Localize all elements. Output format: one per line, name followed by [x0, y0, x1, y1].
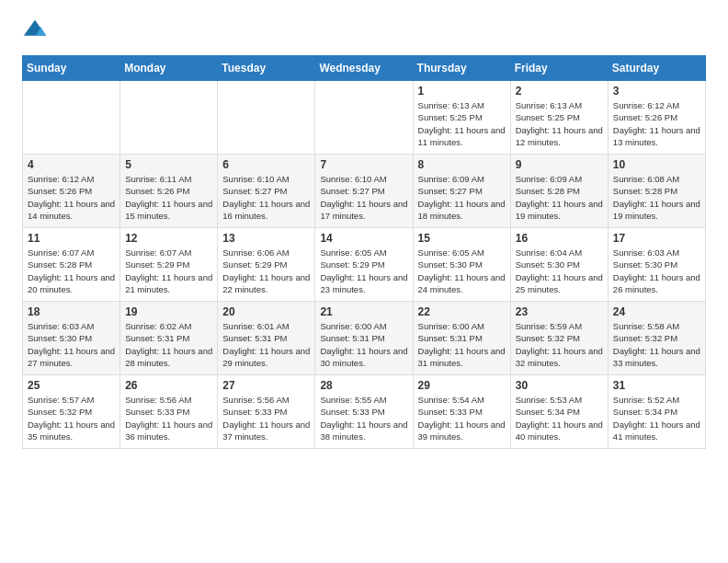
weekday-header-saturday: Saturday — [608, 56, 705, 81]
calendar-cell: 26Sunrise: 5:56 AM Sunset: 5:33 PM Dayli… — [120, 375, 218, 449]
day-number: 19 — [125, 305, 212, 318]
day-info: Sunrise: 6:00 AM Sunset: 5:31 PM Dayligh… — [320, 320, 407, 369]
day-number: 14 — [320, 232, 407, 245]
calendar-cell: 7Sunrise: 6:10 AM Sunset: 5:27 PM Daylig… — [315, 155, 413, 228]
day-number: 20 — [222, 305, 310, 318]
calendar-cell: 1Sunrise: 6:13 AM Sunset: 5:25 PM Daylig… — [413, 81, 510, 155]
calendar-cell: 25Sunrise: 5:57 AM Sunset: 5:32 PM Dayli… — [23, 375, 120, 449]
calendar-cell: 10Sunrise: 6:08 AM Sunset: 5:28 PM Dayli… — [608, 155, 705, 228]
day-info: Sunrise: 6:08 AM Sunset: 5:28 PM Dayligh… — [613, 173, 700, 222]
weekday-header-wednesday: Wednesday — [315, 56, 413, 81]
day-info: Sunrise: 6:09 AM Sunset: 5:27 PM Dayligh… — [418, 173, 506, 222]
calendar-week-row: 4Sunrise: 6:12 AM Sunset: 5:26 PM Daylig… — [23, 155, 706, 228]
day-info: Sunrise: 6:04 AM Sunset: 5:30 PM Dayligh… — [516, 247, 603, 295]
day-info: Sunrise: 6:03 AM Sunset: 5:30 PM Dayligh… — [613, 247, 700, 295]
day-number: 13 — [222, 232, 310, 245]
calendar-cell — [315, 81, 413, 155]
day-info: Sunrise: 6:02 AM Sunset: 5:31 PM Dayligh… — [125, 320, 212, 369]
calendar-cell: 29Sunrise: 5:54 AM Sunset: 5:33 PM Dayli… — [413, 375, 510, 449]
day-info: Sunrise: 6:05 AM Sunset: 5:29 PM Dayligh… — [320, 247, 407, 295]
day-number: 16 — [516, 232, 603, 245]
day-number: 4 — [28, 158, 115, 171]
day-info: Sunrise: 6:05 AM Sunset: 5:30 PM Dayligh… — [418, 247, 506, 295]
day-info: Sunrise: 5:52 AM Sunset: 5:34 PM Dayligh… — [613, 394, 700, 442]
calendar-cell: 20Sunrise: 6:01 AM Sunset: 5:31 PM Dayli… — [218, 302, 315, 375]
day-number: 27 — [222, 379, 310, 392]
day-number: 15 — [418, 232, 506, 245]
calendar-cell: 31Sunrise: 5:52 AM Sunset: 5:34 PM Dayli… — [608, 375, 705, 449]
day-number: 24 — [613, 305, 700, 318]
calendar-header: SundayMondayTuesdayWednesdayThursdayFrid… — [23, 56, 706, 81]
day-number: 10 — [613, 158, 700, 171]
day-info: Sunrise: 6:11 AM Sunset: 5:26 PM Dayligh… — [125, 173, 212, 222]
day-number: 8 — [418, 158, 506, 171]
day-info: Sunrise: 6:07 AM Sunset: 5:28 PM Dayligh… — [28, 247, 115, 295]
calendar-cell: 16Sunrise: 6:04 AM Sunset: 5:30 PM Dayli… — [510, 228, 608, 302]
day-info: Sunrise: 6:00 AM Sunset: 5:31 PM Dayligh… — [418, 320, 506, 369]
calendar-table: SundayMondayTuesdayWednesdayThursdayFrid… — [22, 55, 706, 449]
day-number: 3 — [613, 85, 700, 98]
calendar-cell: 8Sunrise: 6:09 AM Sunset: 5:27 PM Daylig… — [413, 155, 510, 228]
calendar-cell: 5Sunrise: 6:11 AM Sunset: 5:26 PM Daylig… — [120, 155, 218, 228]
calendar-cell — [218, 81, 315, 155]
calendar-cell: 15Sunrise: 6:05 AM Sunset: 5:30 PM Dayli… — [413, 228, 510, 302]
calendar-cell — [23, 81, 120, 155]
day-info: Sunrise: 5:56 AM Sunset: 5:33 PM Dayligh… — [222, 394, 310, 442]
day-info: Sunrise: 6:10 AM Sunset: 5:27 PM Dayligh… — [222, 173, 310, 222]
calendar-cell: 11Sunrise: 6:07 AM Sunset: 5:28 PM Dayli… — [23, 228, 120, 302]
calendar-cell: 3Sunrise: 6:12 AM Sunset: 5:26 PM Daylig… — [608, 81, 705, 155]
day-number: 17 — [613, 232, 700, 245]
calendar-cell: 2Sunrise: 6:13 AM Sunset: 5:25 PM Daylig… — [510, 81, 608, 155]
day-number: 31 — [613, 379, 700, 392]
day-number: 23 — [516, 305, 603, 318]
day-info: Sunrise: 5:59 AM Sunset: 5:32 PM Dayligh… — [516, 320, 603, 369]
day-info: Sunrise: 5:55 AM Sunset: 5:33 PM Dayligh… — [320, 394, 407, 442]
logo — [22, 18, 51, 44]
calendar-cell: 28Sunrise: 5:55 AM Sunset: 5:33 PM Dayli… — [315, 375, 413, 449]
day-number: 9 — [516, 158, 603, 171]
calendar-cell: 19Sunrise: 6:02 AM Sunset: 5:31 PM Dayli… — [120, 302, 218, 375]
day-info: Sunrise: 5:53 AM Sunset: 5:34 PM Dayligh… — [516, 394, 603, 442]
calendar-cell: 30Sunrise: 5:53 AM Sunset: 5:34 PM Dayli… — [510, 375, 608, 449]
day-number: 21 — [320, 305, 407, 318]
calendar-cell: 22Sunrise: 6:00 AM Sunset: 5:31 PM Dayli… — [413, 302, 510, 375]
calendar-week-row: 18Sunrise: 6:03 AM Sunset: 5:30 PM Dayli… — [23, 302, 706, 375]
day-number: 28 — [320, 379, 407, 392]
day-number: 6 — [222, 158, 310, 171]
day-info: Sunrise: 6:06 AM Sunset: 5:29 PM Dayligh… — [222, 247, 310, 295]
day-info: Sunrise: 6:13 AM Sunset: 5:25 PM Dayligh… — [516, 99, 603, 148]
calendar-week-row: 11Sunrise: 6:07 AM Sunset: 5:28 PM Dayli… — [23, 228, 706, 302]
day-number: 7 — [320, 158, 407, 171]
calendar-cell — [120, 81, 218, 155]
day-number: 18 — [28, 305, 115, 318]
day-info: Sunrise: 5:57 AM Sunset: 5:32 PM Dayligh… — [28, 394, 115, 442]
day-number: 1 — [418, 85, 506, 98]
day-number: 11 — [28, 232, 115, 245]
day-info: Sunrise: 6:13 AM Sunset: 5:25 PM Dayligh… — [418, 99, 506, 148]
weekday-header-sunday: Sunday — [23, 56, 120, 81]
calendar-cell: 6Sunrise: 6:10 AM Sunset: 5:27 PM Daylig… — [218, 155, 315, 228]
day-number: 2 — [516, 85, 603, 98]
day-info: Sunrise: 6:12 AM Sunset: 5:26 PM Dayligh… — [613, 99, 700, 148]
day-info: Sunrise: 5:58 AM Sunset: 5:32 PM Dayligh… — [613, 320, 700, 369]
day-info: Sunrise: 5:54 AM Sunset: 5:33 PM Dayligh… — [418, 394, 506, 442]
weekday-header-tuesday: Tuesday — [218, 56, 315, 81]
calendar-cell: 21Sunrise: 6:00 AM Sunset: 5:31 PM Dayli… — [315, 302, 413, 375]
calendar-cell: 9Sunrise: 6:09 AM Sunset: 5:28 PM Daylig… — [510, 155, 608, 228]
weekday-header-row: SundayMondayTuesdayWednesdayThursdayFrid… — [23, 56, 706, 81]
day-info: Sunrise: 6:09 AM Sunset: 5:28 PM Dayligh… — [516, 173, 603, 222]
weekday-header-monday: Monday — [120, 56, 218, 81]
calendar-cell: 17Sunrise: 6:03 AM Sunset: 5:30 PM Dayli… — [608, 228, 705, 302]
calendar-cell: 13Sunrise: 6:06 AM Sunset: 5:29 PM Dayli… — [218, 228, 315, 302]
calendar-cell: 27Sunrise: 5:56 AM Sunset: 5:33 PM Dayli… — [218, 375, 315, 449]
calendar-cell: 24Sunrise: 5:58 AM Sunset: 5:32 PM Dayli… — [608, 302, 705, 375]
day-number: 22 — [418, 305, 506, 318]
calendar-cell: 14Sunrise: 6:05 AM Sunset: 5:29 PM Dayli… — [315, 228, 413, 302]
day-number: 30 — [516, 379, 603, 392]
day-number: 25 — [28, 379, 115, 392]
calendar-cell: 12Sunrise: 6:07 AM Sunset: 5:29 PM Dayli… — [120, 228, 218, 302]
weekday-header-thursday: Thursday — [413, 56, 510, 81]
logo-icon — [22, 18, 48, 44]
day-number: 12 — [125, 232, 212, 245]
header — [22, 18, 706, 44]
